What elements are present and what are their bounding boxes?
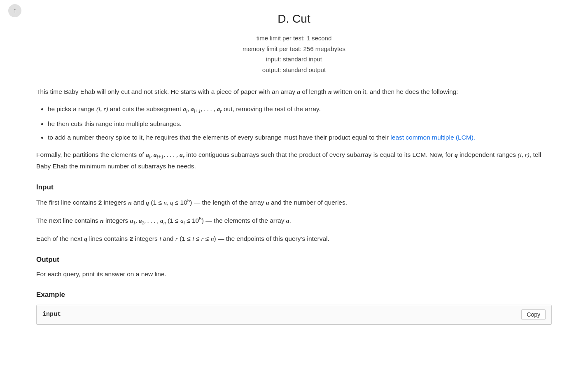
- lcm-link[interactable]: least common multiple (LCM).: [390, 134, 475, 141]
- example-title: Example: [36, 289, 552, 301]
- example-header: input Copy: [37, 305, 551, 324]
- output-text: For each query, print its answer on a ne…: [36, 269, 552, 280]
- input-line-1: The first line contains 2 integers n and…: [36, 196, 552, 208]
- time-limit: time limit per test: 1 second: [36, 33, 552, 44]
- formal-paragraph: Formally, he partitions the elements of …: [36, 149, 552, 172]
- input-label: input: [42, 310, 61, 320]
- output-section-title: Output: [36, 254, 552, 266]
- example-section: Example input Copy: [36, 289, 552, 325]
- input-type: input: standard input: [36, 54, 552, 65]
- problem-title: D. Cut: [36, 12, 552, 26]
- up-arrow-icon: ↑: [13, 7, 16, 14]
- bullet-list: he picks a range (l, r) and cuts the sub…: [48, 104, 552, 143]
- input-line-2: The next line contains n integers a1, a2…: [36, 214, 552, 227]
- meta-info: time limit per test: 1 second memory lim…: [36, 33, 552, 75]
- input-line-3: Each of the next q lines contains 2 inte…: [36, 233, 552, 244]
- bullet-item-1: he picks a range (l, r) and cuts the sub…: [48, 104, 552, 115]
- output-type: output: standard output: [36, 65, 552, 75]
- intro-paragraph: This time Baby Ehab will only cut and no…: [36, 86, 552, 97]
- bullet-item-3: to add a number theory spice to it, he r…: [48, 132, 552, 143]
- input-section-title: Input: [36, 182, 552, 193]
- copy-button[interactable]: Copy: [521, 309, 546, 320]
- bullet-item-2: he then cuts this range into multiple su…: [48, 119, 552, 129]
- memory-limit: memory limit per test: 256 megabytes: [36, 44, 552, 54]
- example-box: input Copy: [36, 305, 552, 325]
- scroll-up-button[interactable]: ↑: [8, 4, 21, 17]
